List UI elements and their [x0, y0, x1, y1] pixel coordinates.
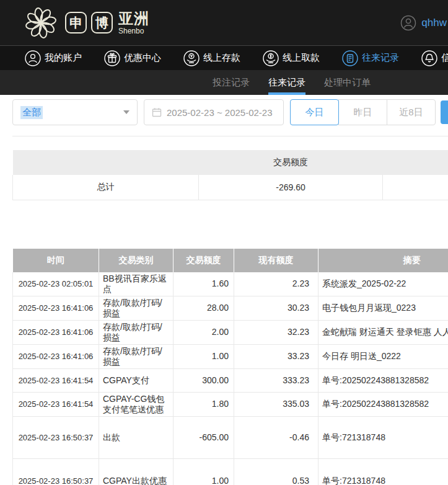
table-cell: 单号:202502243881328582 — [318, 368, 448, 392]
column-header: 交易额度 — [173, 249, 234, 272]
table-cell: 335.03 — [234, 392, 318, 416]
nav-item-my-account[interactable]: 我的账户 — [25, 50, 82, 66]
table-cell: 2025-02-23 16:50:37 — [13, 458, 99, 485]
table-row: 2025-02-23 16:50:37CGPAY出款优惠1.000.53单号:7… — [13, 458, 448, 485]
column-header: 时间 — [13, 249, 99, 272]
table-cell: BB视讯百家乐返点 — [99, 272, 173, 296]
table-cell: 2.23 — [234, 272, 318, 296]
table-row: 2025-02-23 16:41:06存款/取款/打码/损益2.0032.23金… — [13, 320, 448, 344]
table-cell: CGPAY-CG钱包支付笔笔送优惠 — [99, 392, 173, 416]
table-cell: 32.23 — [234, 320, 318, 344]
withdraw-icon — [263, 50, 279, 66]
summary-total-row: 总计 -269.60 — [13, 175, 448, 200]
table-cell: 33.23 — [234, 344, 318, 368]
table-cell: 单号:721318748 — [318, 416, 448, 458]
table-row: 2025-02-23 16:41:54CGPAY-CG钱包支付笔笔送优惠1.80… — [13, 392, 448, 416]
logo-region-text: 亚洲 Shenbo — [118, 11, 149, 35]
table-cell: 出款 — [99, 416, 173, 458]
table-row: 2025-02-23 16:41:54CGPAY支付300.00333.23单号… — [13, 368, 448, 392]
calendar-icon — [152, 107, 162, 117]
gift-icon — [104, 50, 120, 66]
summary-table: 交易额度 总计 -269.60 — [12, 150, 448, 200]
table-cell: 今日存 明日送_0222 — [318, 344, 448, 368]
table-cell: 30.23 — [234, 296, 318, 320]
table-cell: 333.23 — [234, 368, 318, 392]
table-cell: 1.80 — [173, 392, 234, 416]
records-header-row: 时间交易类别交易额度现有额度摘要 — [13, 249, 448, 272]
table-cell: -0.46 — [234, 416, 318, 458]
column-header: 交易类别 — [99, 249, 173, 272]
table-cell: 存款/取款/打码/损益 — [99, 296, 173, 320]
deposit-icon — [183, 50, 200, 66]
table-cell: -605.00 — [173, 416, 234, 458]
user-circle-icon — [25, 50, 41, 66]
nav-item-messages[interactable]: 信息 — [421, 50, 448, 66]
account-menu[interactable]: qhhw — [400, 0, 447, 45]
records-table-body: 2025-02-23 02:05:01BB视讯百家乐返点1.602.23系统派发… — [13, 272, 448, 485]
today-button[interactable]: 今日 — [290, 99, 339, 125]
table-cell: 1.00 — [173, 344, 234, 368]
yesterday-button[interactable]: 昨日 — [338, 99, 387, 125]
table-row: 2025-02-23 16:41:06存款/取款/打码/损益1.0033.23今… — [13, 344, 448, 368]
logo-char-shen: 申 — [65, 12, 87, 33]
table-cell: 1.00 — [173, 458, 234, 485]
records-table: 时间交易类别交易额度现有额度摘要 2025-02-23 02:05:01BB视讯… — [12, 249, 448, 485]
table-cell: CGPAY出款优惠 — [99, 458, 173, 485]
flower-logo-icon — [21, 3, 61, 43]
bell-icon — [421, 50, 437, 66]
table-cell: 0.53 — [234, 458, 318, 485]
summary-header-amount: 交易额度 — [199, 150, 383, 175]
top-bar: 申 博 亚洲 Shenbo qhhw — [0, 0, 448, 45]
table-cell: 存款/取款/打码/损益 — [99, 344, 173, 368]
table-cell: 单号:202502243881328582 — [318, 392, 448, 416]
summary-header-row: 交易额度 — [13, 150, 448, 175]
summary-total-label: 总计 — [13, 175, 199, 200]
column-header: 摘要 — [318, 249, 448, 272]
tab-pending-orders[interactable]: 处理中订单 — [324, 70, 371, 95]
last-8-days-button[interactable]: 近8日 — [387, 99, 436, 125]
category-select[interactable]: 全部 — [12, 99, 138, 125]
records-icon — [342, 50, 358, 66]
table-row: 2025-02-23 02:05:01BB视讯百家乐返点1.602.23系统派发… — [13, 272, 448, 296]
nav-item-promotions[interactable]: 优惠中心 — [104, 50, 161, 66]
nav-item-withdraw[interactable]: 线上取款 — [263, 50, 320, 66]
record-tabs: 投注记录 往来记录 处理中订单 — [0, 70, 448, 95]
table-cell: 系统派发_2025-02-22 — [318, 272, 448, 296]
quick-range-group: 今日 昨日 近8日 — [290, 99, 436, 125]
table-cell: 2025-02-23 16:41:06 — [13, 296, 99, 320]
table-cell: 存款/取款/打码/损益 — [99, 320, 173, 344]
summary-total-value: -269.60 — [199, 175, 383, 200]
table-cell: 2025-02-23 16:41:06 — [13, 320, 99, 344]
table-cell: 2025-02-23 16:41:54 — [13, 392, 99, 416]
table-cell: 2025-02-23 16:50:37 — [13, 416, 99, 458]
table-cell: 28.00 — [173, 296, 234, 320]
username-text: qhhw — [421, 17, 447, 29]
nav-item-deposit[interactable]: 线上存款 — [183, 50, 240, 66]
table-cell: 2.00 — [173, 320, 234, 344]
table-row: 2025-02-23 16:41:06存款/取款/打码/损益28.0030.23… — [13, 296, 448, 320]
table-cell: 电子钱包月月返现_0223 — [318, 296, 448, 320]
logo-char-bo: 博 — [91, 12, 113, 33]
table-cell: 单号:721318748 — [318, 458, 448, 485]
table-cell: 1.60 — [173, 272, 234, 296]
tab-transaction-records[interactable]: 往来记录 — [268, 70, 305, 95]
table-cell: 金蛇献瑞 财运通天 登录钜惠 人人皆享 — [318, 320, 448, 344]
section-divider — [12, 136, 448, 136]
main-nav: 我的账户 优惠中心 — [0, 45, 448, 70]
nav-item-transactions[interactable]: 往来记录 — [342, 50, 399, 66]
column-header: 现有额度 — [234, 249, 318, 272]
table-cell: CGPAY支付 — [99, 368, 173, 392]
table-cell: 300.00 — [173, 368, 234, 392]
search-button[interactable] — [441, 100, 448, 124]
tab-betting-records[interactable]: 投注记录 — [213, 70, 250, 95]
table-cell: 2025-02-23 16:41:06 — [13, 344, 99, 368]
table-row: 2025-02-23 16:50:37出款-605.00-0.46单号:7213… — [13, 416, 448, 458]
page: 申 博 亚洲 Shenbo qhhw — [0, 0, 448, 485]
avatar-icon — [400, 15, 416, 31]
date-range-input[interactable]: 2025-02-23 ~ 2025-02-23 — [144, 99, 284, 125]
chevron-down-icon — [123, 110, 130, 114]
date-range-value: 2025-02-23 ~ 2025-02-23 — [167, 107, 273, 118]
category-selected-value: 全部 — [20, 106, 43, 119]
brand-logo[interactable]: 申 博 亚洲 Shenbo — [21, 3, 149, 43]
table-cell: 2025-02-23 16:41:54 — [13, 368, 99, 392]
